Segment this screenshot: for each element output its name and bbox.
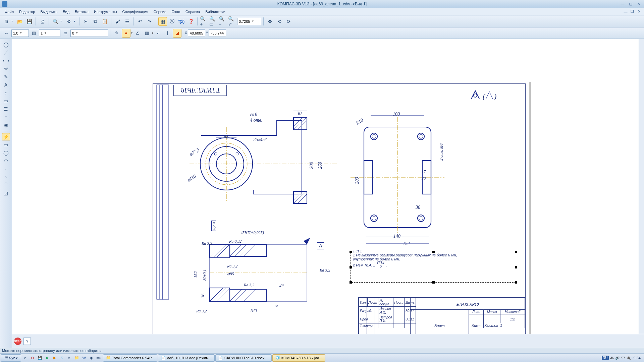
line-weight-icon[interactable]: ↔ (2, 29, 11, 38)
variables-button[interactable]: ⓥ (168, 17, 176, 26)
layer-combo[interactable]: 1▼ (39, 29, 60, 37)
menu-service[interactable]: Сервис (151, 9, 169, 15)
report-tool-icon[interactable]: ≡ (2, 113, 10, 121)
ql-desktop-icon[interactable]: ▭» (96, 355, 102, 361)
fillet-tool-icon[interactable]: ⌒ (2, 181, 10, 189)
menu-edit[interactable]: Редактор (16, 9, 38, 15)
layer-icon[interactable]: ▤ (30, 29, 38, 38)
props-button[interactable]: ⚙ (64, 17, 73, 26)
ql-ie-icon[interactable]: e (22, 355, 29, 361)
zoom-out-button[interactable]: 🔍− (218, 17, 227, 26)
mdi-close-button[interactable]: ✕ (636, 9, 642, 14)
ql-wmp-icon[interactable]: ▶ (44, 355, 51, 361)
open-button[interactable]: 📂 (15, 17, 24, 26)
edit-tool-icon[interactable]: ✎ (112, 29, 121, 38)
menu-libraries[interactable]: Библиотеки (203, 9, 228, 15)
ql-chrome-icon[interactable]: ◉ (88, 355, 95, 361)
tray-usb-icon[interactable]: 🔌 (626, 356, 631, 360)
ortho-toggle[interactable]: ⌐ (154, 29, 163, 38)
param-tool-icon[interactable]: A (2, 81, 10, 88)
tech-notes-selected[interactable]: 1 из 1 1 Неуказанные размеры радиусов: н… (351, 252, 516, 283)
zoom-combo[interactable]: 0.7205▼ (237, 18, 261, 25)
minimize-button[interactable]: — (619, 1, 626, 6)
tray-network-icon[interactable]: 🖧 (610, 356, 614, 360)
ql-doc-icon[interactable]: 🗎 (66, 355, 73, 361)
lib-tool-icon[interactable]: ◉ (2, 121, 10, 129)
snap-toggle[interactable]: ● (122, 29, 130, 38)
pan-button[interactable]: ✥ (266, 17, 274, 26)
style-icon[interactable]: ≋ (61, 29, 70, 38)
mdi-restore-button[interactable]: ❐ (629, 9, 635, 14)
task-word1[interactable]: 📄лаб_10_B13.doc [Режим... (158, 354, 215, 362)
menu-view[interactable]: Вид (60, 9, 72, 15)
line-tool-icon[interactable]: ／ (2, 49, 10, 56)
redo-button[interactable]: ↷ (145, 17, 154, 26)
undo-button[interactable]: ↶ (136, 17, 145, 26)
save-button[interactable]: 💾 (25, 17, 34, 26)
cut-button[interactable]: ✂ (82, 17, 90, 26)
rect-tool-icon[interactable]: ▭ (2, 141, 10, 148)
edit-tool-icon[interactable]: ✎ (2, 73, 10, 80)
spec-tool-icon[interactable]: ☰ (2, 105, 10, 113)
refresh-button[interactable]: ⟳ (284, 17, 293, 26)
menu-window[interactable]: Окно (169, 9, 183, 15)
style-combo[interactable]: 0▼ (70, 29, 108, 37)
rounding-toggle[interactable]: ◢ (173, 29, 181, 38)
format-painter-button[interactable]: 🖌 (113, 17, 122, 26)
ql-word-icon[interactable]: W (81, 355, 88, 361)
print-button[interactable]: 🖨 (38, 17, 47, 26)
ql-save-icon[interactable]: 💾 (37, 355, 43, 361)
tray-volume-icon[interactable]: 🔊 (615, 356, 620, 360)
dimension-tool-icon[interactable]: ⟷ (2, 57, 10, 64)
ql-opera-icon[interactable]: O (29, 355, 36, 361)
ql-play-icon[interactable]: ▶ (51, 355, 58, 361)
lineweight-combo[interactable]: 1.0▼ (11, 29, 29, 37)
active-tool-icon[interactable]: ⚡ (2, 133, 10, 140)
start-button[interactable]: ⊞ Пуск (1, 354, 21, 362)
select-tool-icon[interactable]: ▭ (2, 97, 10, 105)
preview-button[interactable]: 🔍 (51, 17, 60, 26)
zoom-fit-button[interactable]: 🔍⤢ (228, 17, 236, 26)
menu-insert[interactable]: Вставка (72, 9, 91, 15)
fx-button[interactable]: f(x) (177, 17, 186, 26)
zoom-prev-button[interactable]: ⟲ (275, 17, 284, 26)
lang-indicator[interactable]: RU (602, 356, 608, 360)
ql-skype-icon[interactable]: S (59, 355, 65, 361)
workspace[interactable]: ЕТИ.КГ.ЛР10 (12, 39, 644, 338)
menu-select[interactable]: Выделить (38, 9, 60, 15)
maximize-button[interactable]: ▢ (627, 1, 634, 6)
geometry-tool-icon[interactable]: ◯ (2, 41, 10, 48)
scrollbar-vertical[interactable] (639, 39, 644, 338)
ql-tc-icon[interactable]: 📁 (73, 355, 80, 361)
zoom-in-button[interactable]: 🔍+ (200, 17, 208, 26)
task-kompas[interactable]: 🧊КОМПАС-3D V13 - [ла... (272, 354, 325, 362)
menu-help[interactable]: Справка (183, 9, 203, 15)
arc-tool-icon[interactable]: ◠ (2, 157, 10, 165)
close-button[interactable]: ✕ (635, 1, 642, 6)
lcs-toggle[interactable]: ⌊ (163, 29, 172, 38)
circle-tool-icon[interactable]: ◯ (2, 149, 10, 157)
angle-snap-icon[interactable]: ∠ (133, 29, 142, 38)
panel-help-button[interactable]: ? (23, 338, 31, 345)
zoom-window-button[interactable]: 🔍▭ (209, 17, 218, 26)
tray-shield-icon[interactable]: 🛡 (621, 356, 625, 360)
menu-spec[interactable]: Спецификация (120, 9, 151, 15)
stop-button[interactable]: STOP (14, 338, 21, 345)
copy-button[interactable]: ⧉ (91, 17, 100, 26)
task-tc[interactable]: 📁Total Commander 6.54P... (103, 354, 157, 362)
drawing-sheet[interactable]: ЕТИ.КГ.ЛР10 (149, 80, 529, 338)
menu-tools[interactable]: Инструменты (91, 9, 120, 15)
paste-button[interactable]: 📋 (100, 17, 109, 26)
grid-toggle[interactable]: ▦ (143, 29, 151, 38)
symbols-tool-icon[interactable]: ※ (2, 65, 10, 72)
library-manager-button[interactable]: ▦ (158, 17, 167, 26)
point-tool-icon[interactable]: · (2, 165, 10, 173)
new-button[interactable]: 🗎 (2, 17, 11, 26)
properties-button[interactable]: ☰ (123, 17, 131, 26)
measure-tool-icon[interactable]: ↕ (2, 89, 10, 97)
task-word2[interactable]: 📄СКРИНШОТла610.docx ... (215, 354, 272, 362)
clock[interactable]: 9:54 (632, 356, 642, 360)
mdi-minimize-button[interactable]: — (623, 9, 629, 14)
whatsthis-button[interactable]: ❓ (186, 17, 195, 26)
chamfer-tool-icon[interactable]: ◿ (2, 189, 10, 197)
